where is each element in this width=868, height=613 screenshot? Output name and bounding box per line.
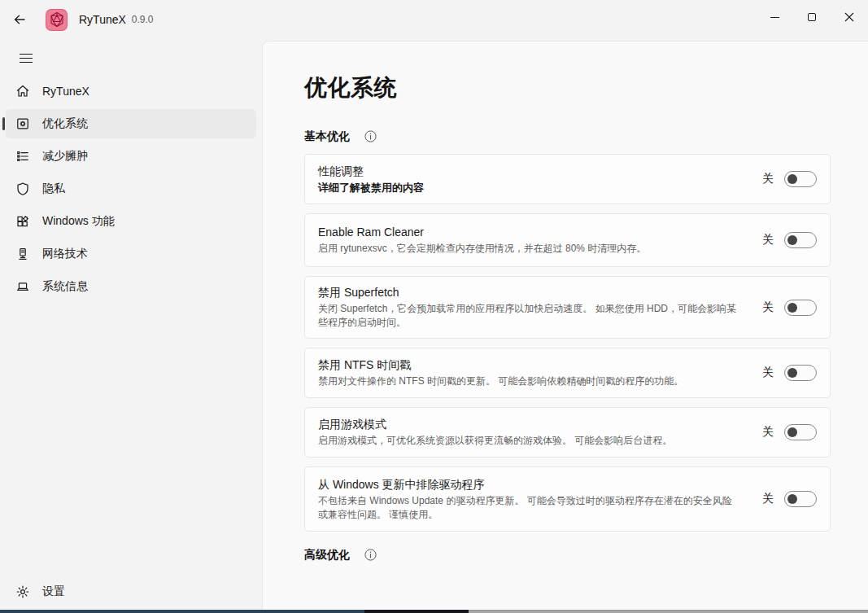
minimize-button[interactable] — [756, 0, 793, 34]
card-game-mode: 启用游戏模式 启用游戏模式，可优化系统资源以获得更流畅的游戏体验。 可能会影响后… — [304, 407, 831, 458]
window-controls — [756, 0, 868, 39]
section-title: 基本优化 — [304, 129, 350, 144]
sidebar: RyTuneX 优化系统 减少臃肿 — [0, 39, 262, 610]
close-button[interactable] — [831, 0, 868, 34]
toggle-disable-ntfs-timestamp[interactable] — [784, 365, 817, 381]
sidebar-item-label: Windows 功能 — [42, 214, 115, 229]
card-disable-superfetch: 禁用 Superfetch 关闭 Superfetch，它会预加载常用的应用程序… — [304, 276, 831, 339]
card-description: 不包括来自 Windows Update 的驱动程序更新。 可能会导致过时的驱动… — [318, 494, 741, 522]
bottom-edge-strip — [0, 610, 868, 613]
optimize-system-icon — [15, 116, 30, 132]
toggle-game-mode[interactable] — [784, 424, 817, 440]
shield-icon — [15, 182, 30, 197]
sidebar-footer: 设置 — [0, 577, 262, 606]
card-title: 禁用 Superfetch — [318, 285, 741, 300]
sidebar-item-optimize-system[interactable]: 优化系统 — [6, 109, 256, 138]
titlebar: RyTuneX 0.9.0 — [0, 0, 868, 39]
gear-icon — [15, 585, 30, 600]
sidebar-item-debloat[interactable]: 减少臃肿 — [6, 142, 256, 171]
sidebar-nav: RyTuneX 优化系统 减少臃肿 — [0, 77, 262, 301]
info-button[interactable] — [364, 130, 377, 143]
close-icon — [844, 12, 854, 22]
sidebar-item-label: 优化系统 — [42, 116, 88, 131]
card-learn-more-link[interactable]: 详细了解被禁用的内容 — [318, 181, 741, 195]
toggle-state-label: 关 — [762, 300, 774, 315]
settings-card-list: 性能调整 详细了解被禁用的内容 关 Enable Ram Cleaner 启用 … — [304, 154, 831, 532]
card-title: 启用游戏模式 — [318, 417, 741, 432]
sidebar-item-label: 系统信息 — [42, 279, 88, 294]
card-ram-cleaner: Enable Ram Cleaner 启用 rytunexsvc，它会定期检查内… — [304, 213, 831, 267]
card-title: Enable Ram Cleaner — [318, 225, 741, 240]
sidebar-item-system-info[interactable]: 系统信息 — [6, 272, 256, 301]
info-icon — [364, 130, 377, 143]
page-title: 优化系统 — [304, 72, 831, 103]
section-advanced-optimization: 高级优化 — [304, 548, 831, 563]
sidebar-item-label: 隐私 — [42, 182, 65, 196]
network-icon — [15, 247, 30, 262]
info-button[interactable] — [364, 549, 377, 562]
card-exclude-drivers-windows-update: 从 Windows 更新中排除驱动程序 不包括来自 Windows Update… — [304, 466, 831, 532]
back-arrow-icon — [13, 13, 26, 26]
bottom-strip-blue — [0, 610, 364, 613]
section-title: 高级优化 — [304, 548, 350, 563]
toggle-state-label: 关 — [762, 233, 774, 247]
app-logo-icon — [46, 9, 68, 31]
bottom-strip-gray — [469, 610, 868, 613]
content-panel: 优化系统 基本优化 性能调整 详细了解被禁用的内容 关 Enable Ram C… — [262, 41, 868, 610]
app-title: RyTuneX — [79, 13, 126, 26]
sidebar-item-settings[interactable]: 设置 — [6, 577, 65, 606]
app-version: 0.9.0 — [132, 14, 154, 25]
toggle-state-label: 关 — [762, 366, 774, 380]
maximize-button[interactable] — [793, 0, 831, 34]
card-description: 禁用对文件操作的 NTFS 时间戳的更新。 可能会影响依赖精确时间戳的程序的功能… — [318, 374, 741, 388]
sidebar-item-home[interactable]: RyTuneX — [6, 77, 256, 106]
home-icon — [15, 84, 30, 99]
sidebar-item-label: 网络技术 — [42, 247, 88, 261]
toggle-disable-superfetch[interactable] — [784, 300, 817, 316]
toggle-state-label: 关 — [762, 425, 774, 440]
back-button[interactable] — [7, 7, 33, 32]
bottom-strip-dark — [364, 610, 469, 613]
toggle-state-label: 关 — [762, 492, 774, 506]
card-performance-tweaks: 性能调整 详细了解被禁用的内容 关 — [304, 154, 831, 204]
toggle-exclude-drivers[interactable] — [784, 491, 817, 507]
section-basic-optimization: 基本优化 — [304, 129, 831, 144]
toggle-ram-cleaner[interactable] — [784, 232, 817, 248]
sidebar-item-network[interactable]: 网络技术 — [6, 239, 256, 269]
card-description: 关闭 Superfetch，它会预加载常用的应用程序以加快启动速度。 如果您使用… — [318, 302, 741, 330]
card-title: 性能调整 — [318, 164, 741, 179]
system-info-icon — [15, 279, 30, 295]
info-icon — [364, 549, 377, 562]
windows-features-icon — [15, 214, 30, 230]
sidebar-item-windows-features[interactable]: Windows 功能 — [6, 207, 256, 236]
toggle-state-label: 关 — [762, 172, 774, 186]
maximize-icon — [808, 13, 816, 21]
sidebar-item-privacy[interactable]: 隐私 — [6, 174, 256, 204]
card-title: 禁用 NTFS 时间戳 — [318, 357, 741, 373]
sidebar-item-label: RyTuneX — [42, 85, 89, 98]
sidebar-item-label: 设置 — [42, 585, 65, 599]
toggle-performance-tweaks[interactable] — [784, 171, 817, 187]
card-description: 启用游戏模式，可优化系统资源以获得更流畅的游戏体验。 可能会影响后台进程。 — [318, 434, 741, 448]
card-description: 启用 rytunexsvc，它会定期检查内存使用情况，并在超过 80% 时清理内… — [318, 242, 741, 256]
minimize-icon — [770, 17, 779, 18]
card-disable-ntfs-timestamp: 禁用 NTFS 时间戳 禁用对文件操作的 NTFS 时间戳的更新。 可能会影响依… — [304, 348, 831, 398]
sidebar-item-label: 减少臃肿 — [42, 149, 88, 164]
card-title: 从 Windows 更新中排除驱动程序 — [318, 477, 741, 493]
nav-toggle-button[interactable] — [11, 44, 42, 72]
debloat-list-icon — [15, 149, 30, 164]
